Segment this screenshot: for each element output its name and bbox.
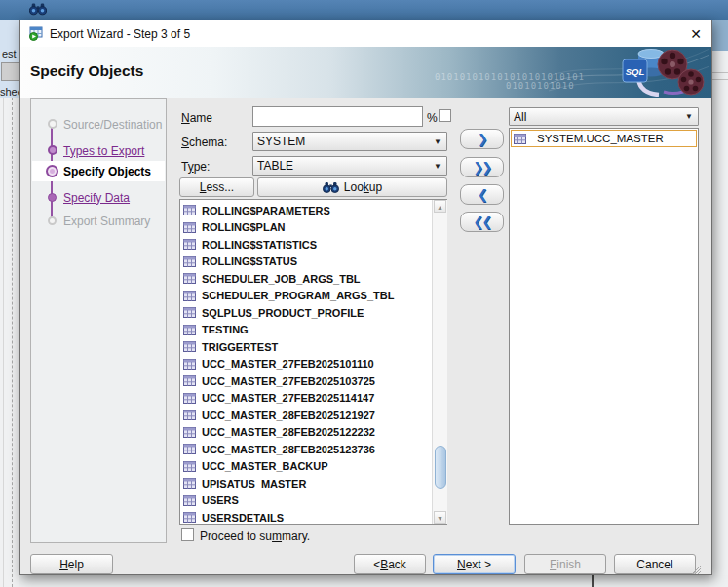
background-right-panel: [712, 51, 728, 587]
lookup-button[interactable]: Lookup: [257, 177, 447, 197]
available-object-label: UCC_MASTER_28FEB2025122232: [202, 426, 375, 438]
help-button[interactable]: Help: [30, 554, 113, 574]
available-object-row[interactable]: UCC_MASTER_28FEB2025122232: [183, 424, 431, 442]
chevron-down-icon: ▼: [434, 162, 446, 171]
step-source-destination: Source/Destination: [32, 114, 165, 135]
available-object-label: SCHEDULER_JOB_ARGS_TBL: [202, 273, 361, 285]
available-object-row[interactable]: UCC_MASTER_28FEB2025121927: [183, 407, 431, 424]
table-icon: [514, 134, 526, 144]
back-button[interactable]: < Back: [354, 554, 426, 574]
proceed-to-summary-label: Proceed to summary.: [200, 529, 310, 543]
available-object-label: SQLPLUS_PRODUCT_PROFILE: [202, 307, 364, 319]
chevron-down-icon: ▼: [434, 137, 446, 146]
binoculars-icon: [29, 2, 47, 16]
shuttle-left-icon: ❮: [478, 187, 486, 202]
available-object-label: UCC_MASTER_28FEB2025121927: [202, 410, 375, 421]
dialog-titlebar[interactable]: Export Wizard - Step 3 of 5 ✕: [20, 20, 711, 48]
cancel-button[interactable]: Cancel: [614, 554, 696, 574]
table-icon: [183, 341, 196, 352]
available-object-row[interactable]: ROLLING$PLAN: [183, 219, 431, 237]
table-icon: [183, 393, 196, 404]
schema-select[interactable]: SYSTEM ▼: [252, 132, 447, 151]
available-object-row[interactable]: UCC_MASTER_27FEB2025101110: [183, 356, 431, 373]
available-object-row[interactable]: UCC_MASTER_28FEB2025123736: [183, 441, 431, 458]
finish-button[interactable]: Finish: [524, 554, 606, 574]
step-export-summary: Export Summary: [32, 211, 165, 231]
resize-grip[interactable]: [689, 563, 701, 574]
selected-objects-list[interactable]: SYSTEM.UCC_MASTER: [509, 128, 699, 525]
shuttle-right-all-icon: ❯❯: [474, 160, 491, 175]
table-icon: [183, 375, 196, 386]
proceed-to-summary-checkbox[interactable]: [181, 528, 194, 541]
sql-developer-logo: SQL: [549, 47, 709, 97]
available-object-row[interactable]: TRIGGERTEST: [183, 338, 431, 356]
step-specify-data[interactable]: Specify Data: [32, 187, 165, 208]
shuttle-right-all-button[interactable]: ❯❯: [460, 157, 504, 177]
table-icon: [183, 222, 196, 233]
available-object-label: TESTING: [202, 324, 249, 335]
available-object-label: ROLLING$STATUS: [202, 255, 297, 267]
available-object-label: USERS: [202, 494, 239, 506]
dialog-title: Export Wizard - Step 3 of 5: [50, 27, 190, 41]
available-object-label: ROLLING$STATISTICS: [202, 239, 317, 251]
name-label: Name: [181, 111, 212, 125]
shuttle-left-all-button[interactable]: ❮❮: [460, 212, 504, 232]
available-object-row[interactable]: UCC_MASTER_27FEB2025103725: [183, 372, 431, 390]
table-icon: [183, 325, 196, 335]
available-object-row[interactable]: ROLLING$STATUS: [183, 254, 431, 271]
background-bottom-panel: [19, 575, 728, 587]
available-object-row[interactable]: SCHEDULER_JOB_ARGS_TBL: [183, 270, 431, 288]
available-object-row[interactable]: SQLPLUS_PRODUCT_PROFILE: [183, 304, 431, 322]
table-icon: [183, 359, 196, 370]
wizard-header-banner: Specify Objects 010101010101010101010101…: [20, 47, 711, 98]
table-icon: [183, 427, 196, 438]
available-object-row[interactable]: ROLLING$PARAMETERS: [183, 202, 431, 219]
background-tab-fragment: est: [2, 48, 17, 59]
available-object-row[interactable]: SCHEDULER_PROGRAM_ARGS_TBL: [183, 288, 431, 305]
shuttle-left-all-icon: ❮❮: [474, 215, 491, 229]
selected-object-row[interactable]: SYSTEM.UCC_MASTER: [511, 130, 697, 147]
available-objects-list[interactable]: ROLLING$PARAMETERS ROLLING$PLAN: [179, 199, 447, 525]
divider: [712, 72, 728, 73]
shuttle-right-button[interactable]: ❯: [460, 129, 504, 149]
background-toolbar-icon: [1, 62, 19, 81]
scroll-down-icon[interactable]: ▼: [434, 511, 446, 524]
next-button[interactable]: Next >: [433, 554, 516, 574]
close-icon[interactable]: ✕: [686, 24, 706, 44]
available-object-row[interactable]: UCC_MASTER_BACKUP: [183, 458, 431, 476]
export-wizard-dialog: Export Wizard - Step 3 of 5 ✕ Specify Ob…: [19, 20, 712, 575]
selected-object-label: SYSTEM.UCC_MASTER: [537, 133, 664, 144]
available-object-row[interactable]: UCC_MASTER_27FEB2025114147: [183, 390, 431, 408]
available-object-row[interactable]: UPISATUS_MASTER: [183, 475, 431, 492]
table-icon: [183, 239, 196, 250]
available-object-label: UCC_MASTER_27FEB2025101110: [202, 358, 374, 370]
background-splitter: [592, 575, 594, 587]
list-scrollbar[interactable]: ▲ ▼: [432, 200, 447, 524]
less-button[interactable]: Less...: [179, 177, 254, 197]
table-icon: [183, 410, 196, 420]
available-object-row[interactable]: USERSDETAILS: [183, 509, 431, 525]
divider: [712, 79, 728, 80]
available-object-label: UCC_MASTER_27FEB2025114147: [202, 392, 374, 404]
available-object-row[interactable]: USERS: [183, 492, 431, 510]
available-object-label: USERSDETAILS: [202, 512, 284, 524]
scrollbar-thumb[interactable]: [435, 446, 446, 489]
table-icon: [183, 495, 196, 506]
available-object-label: ROLLING$PARAMETERS: [202, 205, 330, 216]
name-input[interactable]: [252, 106, 423, 127]
wizard-steps-panel: Source/Destination Types to Export Speci…: [30, 98, 167, 543]
available-object-row[interactable]: TESTING: [183, 322, 431, 339]
shuttle-left-button[interactable]: ❮: [460, 184, 504, 205]
step-types-to-export[interactable]: Types to Export: [32, 140, 165, 161]
available-object-row[interactable]: ROLLING$STATISTICS: [183, 236, 431, 254]
step-node-icon: [48, 145, 57, 155]
table-icon: [183, 291, 196, 301]
scroll-up-icon[interactable]: ▲: [434, 200, 446, 213]
available-object-label: UCC_MASTER_BACKUP: [202, 460, 328, 472]
background-divider: [3, 98, 4, 587]
background-dashed-guide: [12, 98, 13, 587]
percent-checkbox[interactable]: [439, 109, 451, 122]
target-filter-select[interactable]: All ▼: [509, 107, 699, 126]
table-icon: [183, 512, 196, 523]
type-select[interactable]: TABLE ▼: [252, 156, 447, 176]
